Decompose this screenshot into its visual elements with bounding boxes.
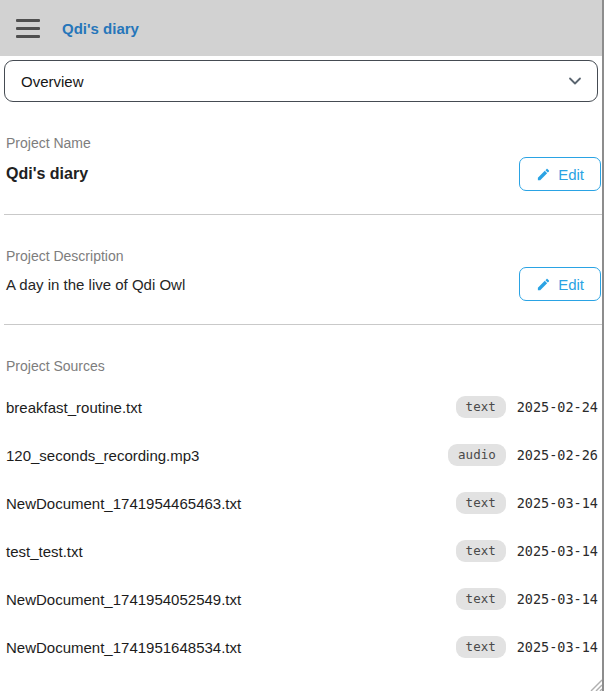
source-type-badge: text (456, 636, 506, 658)
edit-description-button[interactable]: Edit (519, 267, 601, 301)
edit-description-button-label: Edit (558, 276, 584, 293)
view-selector-dropdown[interactable]: Overview (4, 60, 598, 102)
edit-name-button[interactable]: Edit (519, 157, 601, 191)
hamburger-menu-icon[interactable] (16, 19, 40, 38)
edit-name-button-label: Edit (558, 166, 584, 183)
source-type-badge: text (456, 588, 506, 610)
source-type-badge: audio (448, 444, 506, 466)
project-name-value: Qdi's diary (6, 165, 88, 183)
source-file-name: NewDocument_1741954465463.txt (6, 495, 241, 512)
source-type-badge: text (456, 540, 506, 562)
divider (4, 214, 602, 215)
project-description-value: A day in the live of Qdi Owl (6, 276, 185, 293)
view-selector-value: Overview (21, 73, 84, 90)
source-date: 2025-03-14 (517, 495, 598, 511)
divider (4, 324, 602, 325)
source-file-name: NewDocument_1741951648534.txt (6, 639, 241, 656)
source-date: 2025-02-24 (517, 399, 598, 415)
source-file-name: test_test.txt (6, 543, 83, 560)
pencil-icon (536, 277, 551, 292)
resize-grip-icon[interactable] (589, 678, 602, 691)
app-title: Qdi's diary (62, 20, 139, 37)
source-type-badge: text (456, 492, 506, 514)
source-list-item[interactable]: NewDocument_1741951648534.txt text 2025-… (6, 623, 602, 671)
project-sources-label: Project Sources (6, 358, 602, 374)
source-list-item[interactable]: test_test.txt text 2025-03-14 (6, 527, 602, 575)
source-file-name: breakfast_routine.txt (6, 399, 142, 416)
source-date: 2025-02-26 (517, 447, 598, 463)
source-file-name: NewDocument_1741954052549.txt (6, 591, 241, 608)
source-type-badge: text (456, 396, 506, 418)
sources-list: breakfast_routine.txt text 2025-02-24 12… (6, 383, 602, 671)
source-file-name: 120_seconds_recording.mp3 (6, 447, 199, 464)
source-date: 2025-03-14 (517, 639, 598, 655)
source-date: 2025-03-14 (517, 591, 598, 607)
pencil-icon (536, 167, 551, 182)
source-date: 2025-03-14 (517, 543, 598, 559)
source-list-item[interactable]: NewDocument_1741954465463.txt text 2025-… (6, 479, 602, 527)
source-list-item[interactable]: NewDocument_1741954052549.txt text 2025-… (6, 575, 602, 623)
app-frame: Qdi's diary Overview Project Name Qdi's … (0, 0, 604, 691)
chevron-down-icon (567, 73, 583, 89)
source-list-item[interactable]: breakfast_routine.txt text 2025-02-24 (6, 383, 602, 431)
project-name-label: Project Name (6, 135, 602, 151)
project-description-label: Project Description (6, 248, 602, 264)
app-header: Qdi's diary (0, 0, 602, 56)
source-list-item[interactable]: 120_seconds_recording.mp3 audio 2025-02-… (6, 431, 602, 479)
